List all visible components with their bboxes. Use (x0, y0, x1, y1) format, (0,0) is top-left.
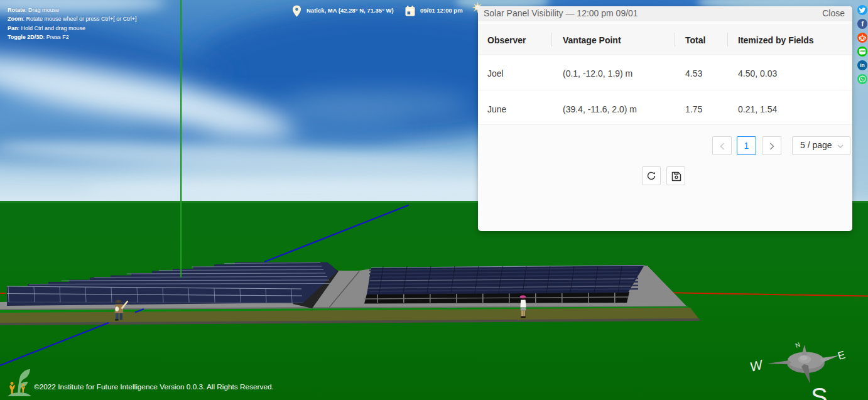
svg-text:LINE: LINE (860, 50, 865, 53)
svg-text:in: in (860, 62, 865, 68)
svg-text:S: S (811, 383, 828, 400)
svg-text:f: f (861, 20, 864, 28)
